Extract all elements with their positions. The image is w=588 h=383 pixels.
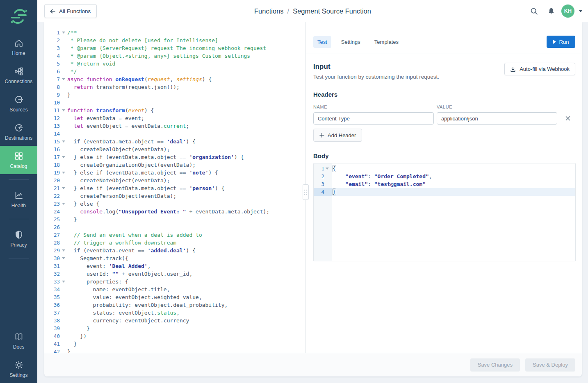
fold-toggle-icon[interactable] (60, 75, 67, 83)
line-number: 4 (314, 188, 324, 196)
tab-settings[interactable]: Settings (337, 36, 365, 48)
pane-resize-handle[interactable] (303, 184, 309, 200)
code-editor-line-3: 3 * @param {ServerRequest} request The i… (44, 44, 305, 52)
pane-divider (305, 22, 306, 353)
body-editor-line-2: 2 "event": "Order Completed", (314, 172, 575, 180)
code-editor-line-23: 23 } else { (44, 200, 305, 208)
fold-toggle-icon[interactable] (324, 165, 330, 172)
fold-toggle-icon[interactable] (60, 138, 67, 145)
sidebar-item-label: Settings (9, 372, 27, 378)
autofill-webhook-button[interactable]: Auto-fill via Webhook (504, 63, 575, 75)
remove-header-icon[interactable] (564, 114, 572, 122)
sidebar-item-destinations[interactable]: Destinations (0, 118, 37, 146)
code-editor-line-14: 14 (44, 130, 305, 138)
sidebar-item-home[interactable]: Home (0, 33, 37, 61)
fold-toggle-icon[interactable] (60, 278, 67, 286)
code-editor[interactable]: 1/**2 * Please do not delete [used for I… (44, 22, 305, 353)
code-editor-line-11: 11function transform(event) { (44, 107, 305, 114)
code-editor-line-17: 17 } else if (eventData.meta.object == '… (44, 153, 305, 161)
body-editor-line-4: 4} (314, 188, 575, 196)
fold-toggle-icon[interactable] (60, 153, 67, 161)
sources-icon (14, 95, 24, 104)
fold-toggle-icon[interactable] (60, 184, 67, 192)
caret-down-icon[interactable] (579, 10, 583, 12)
avatar[interactable]: KH (561, 5, 574, 18)
line-number: 14 (44, 130, 60, 138)
add-header-button[interactable]: Add Header (313, 129, 362, 142)
line-number: 27 (44, 231, 60, 239)
line-number: 41 (44, 340, 60, 348)
save-deploy-button[interactable]: Save & Deploy (525, 358, 575, 372)
breadcrumb-parent[interactable]: Functions (254, 7, 284, 15)
sidebar-item-sources[interactable]: Sources (0, 89, 37, 118)
docs-icon (14, 332, 24, 342)
drag-dots-icon (304, 190, 308, 195)
fold-toggle-icon[interactable] (60, 29, 67, 36)
input-section-subtitle: Test your function by customizing the in… (313, 74, 439, 80)
body-json-editor[interactable]: 1{2 "event": "Order Completed",3 "email"… (313, 163, 576, 261)
breadcrumb: Functions / Segment Source Function (37, 0, 588, 22)
bell-icon[interactable] (544, 4, 558, 18)
line-number: 19 (44, 169, 60, 177)
run-button[interactable]: Run (547, 36, 575, 48)
line-number: 21 (44, 184, 60, 192)
line-number: 2 (44, 36, 60, 44)
privacy-icon (14, 230, 24, 240)
line-number: 18 (44, 161, 60, 169)
text-cursor (336, 189, 336, 195)
topbar: All Functions Functions / Segment Source… (37, 0, 588, 22)
value-column-label: VALUE (437, 104, 452, 109)
segment-logo-icon[interactable] (10, 7, 28, 25)
breadcrumb-current: Segment Source Function (293, 7, 371, 15)
test-panel: TestSettingsTemplates Run Input Test you… (306, 22, 582, 353)
sidebar-item-settings[interactable]: Settings (0, 355, 37, 383)
fold-toggle-icon[interactable] (60, 169, 67, 177)
fold-toggle-icon[interactable] (60, 200, 67, 208)
header-value-input[interactable] (437, 112, 557, 125)
sidebar-item-docs[interactable]: Docs (0, 326, 37, 355)
code-editor-line-18: 18 createOrganizationObject(eventData); (44, 161, 305, 169)
line-number: 33 (44, 278, 60, 286)
fold-toggle-icon[interactable] (60, 107, 67, 114)
breadcrumb-separator: / (287, 7, 289, 15)
editor-footer: Save Changes Save & Deploy (44, 353, 582, 376)
body-editor-line-1: 1{ (314, 165, 575, 172)
sidebar-item-label: Catalog (10, 163, 27, 169)
code-editor-line-8: 8 return transform(request.json()); (44, 83, 305, 91)
sidebar-item-connections[interactable]: Connections (0, 61, 37, 89)
sidebar-divider (9, 219, 29, 219)
code-editor-line-4: 4 * @param {Object.<string, any>} settin… (44, 52, 305, 60)
line-number: 5 (44, 60, 60, 68)
line-number: 36 (44, 301, 60, 309)
save-changes-button[interactable]: Save Changes (470, 358, 520, 372)
tab-test[interactable]: Test (313, 36, 331, 48)
plus-icon (319, 133, 324, 138)
headers-section-title: Headers (313, 91, 575, 98)
fold-toggle-icon[interactable] (60, 254, 67, 262)
code-editor-line-32: 32 userId: "" + eventObject.user_id, (44, 270, 305, 278)
code-editor-line-30: 30 Segment.track({ (44, 254, 305, 262)
code-editor-line-9: 9} (44, 91, 305, 99)
search-icon[interactable] (527, 4, 541, 18)
panel-tabs: TestSettingsTemplates Run (313, 36, 575, 48)
play-icon (553, 40, 556, 44)
line-number: 26 (44, 223, 60, 231)
line-number: 3 (314, 180, 324, 188)
line-number: 30 (44, 254, 60, 262)
header-name-input[interactable] (313, 112, 434, 125)
tab-templates[interactable]: Templates (370, 36, 403, 48)
home-icon (14, 38, 24, 48)
code-editor-line-40: 40 }) (44, 332, 305, 340)
fold-toggle-icon[interactable] (60, 247, 67, 254)
run-button-label: Run (559, 39, 569, 45)
line-number: 35 (44, 293, 60, 301)
download-icon (510, 66, 516, 72)
sidebar-item-catalog[interactable]: Catalog (0, 146, 37, 174)
sidebar-item-health[interactable]: Health (0, 185, 37, 213)
line-number: 24 (44, 208, 60, 215)
sidebar-item-privacy[interactable]: Privacy (0, 224, 37, 253)
code-editor-line-25: 25 } (44, 215, 305, 223)
code-editor-line-37: 37 status: eventObject.status, (44, 309, 305, 317)
line-number: 13 (44, 122, 60, 130)
line-number: 1 (44, 29, 60, 36)
